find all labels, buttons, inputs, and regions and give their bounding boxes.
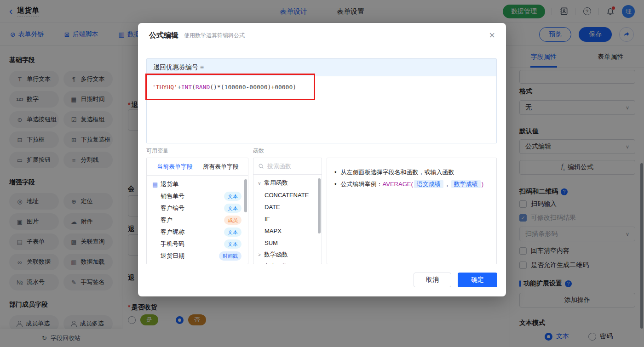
search-icon — [258, 163, 264, 169]
close-icon[interactable]: × — [489, 30, 495, 40]
function-item[interactable]: MAPX — [253, 225, 322, 237]
function-search — [253, 158, 322, 175]
search-input[interactable] — [267, 163, 313, 170]
functions-label: 函数 — [253, 147, 264, 155]
document-icon: ▤ — [152, 181, 158, 188]
field-chip: 数学成绩 — [451, 180, 481, 188]
formula-function-token: INT — [181, 84, 192, 91]
variable-row[interactable]: 销售单号文本 — [147, 190, 248, 202]
modal-header: 公式编辑 使用数学运算符编辑公式 × — [138, 23, 506, 48]
modal-footer: 取消 确定 — [414, 273, 497, 287]
type-badge: 文本 — [224, 239, 242, 249]
function-item[interactable]: IF — [253, 213, 322, 225]
bullet: • — [334, 166, 337, 178]
function-tree: ∨常用函数 CONCATENATE DATE IF MAPX SUM >数学函数… — [253, 175, 322, 264]
formula-input-area[interactable]: 'THYHQ'+INT(RAND()*(100000-00000)+00000) — [147, 76, 496, 98]
tip-line-2: • 公式编辑举例：AVERAGE(语文成绩，数学成绩) — [334, 178, 489, 190]
type-badge: 文本 — [224, 192, 242, 201]
variable-row[interactable]: 客户成员 — [147, 214, 248, 226]
formula-editor-box: 退回优惠券编号 = 'THYHQ'+INT(RAND()*(100000-000… — [146, 58, 497, 143]
function-group-common[interactable]: ∨常用函数 — [253, 177, 322, 189]
function-item[interactable]: DATE — [253, 201, 322, 213]
variables-list: ▤ 退货单 销售单号文本 客户编号文本 客户成员 客户昵称文本 手机号码文本 退… — [147, 176, 248, 262]
variable-row[interactable]: 退货日期时间戳 — [147, 250, 248, 262]
function-item[interactable]: SUM — [253, 237, 322, 249]
function-group-math[interactable]: >数学函数 — [253, 249, 322, 261]
chevron-down-icon: ∨ — [257, 181, 262, 186]
formula-target: 退回优惠券编号 = — [147, 59, 496, 76]
tip-line-1: • 从左侧面板选择字段名和函数，或输入函数 — [334, 166, 489, 178]
bullet: • — [334, 178, 337, 190]
variable-row[interactable]: 客户昵称文本 — [147, 226, 248, 238]
cancel-button[interactable]: 取消 — [414, 273, 451, 287]
variables-box: 当前表单字段 所有表单字段 ▤ 退货单 销售单号文本 客户编号文本 客户成员 客… — [146, 158, 248, 264]
tab-all-form-fields[interactable]: 所有表单字段 — [203, 163, 239, 171]
tips-box: • 从左侧面板选择字段名和函数，或输入函数 • 公式编辑举例：AVERAGE(语… — [327, 158, 497, 264]
scrollbar-thumb[interactable] — [244, 179, 247, 212]
modal-title: 公式编辑 — [149, 31, 178, 40]
variables-tabs: 当前表单字段 所有表单字段 — [147, 158, 248, 176]
variable-row[interactable]: 客户编号文本 — [147, 202, 248, 214]
function-group-text[interactable]: >文本函数 — [253, 261, 322, 264]
type-badge: 时间戳 — [219, 251, 242, 261]
form-node[interactable]: ▤ 退货单 — [147, 178, 248, 190]
type-badge: 成员 — [224, 216, 242, 225]
function-item[interactable]: CONCATENATE — [253, 189, 322, 201]
formula-string-token: 'THYHQ' — [152, 84, 178, 91]
formula-function-token: RAND — [196, 84, 210, 91]
chevron-right-icon: > — [257, 252, 262, 257]
confirm-button[interactable]: 确定 — [458, 273, 497, 287]
variable-row[interactable]: 手机号码文本 — [147, 238, 248, 250]
functions-box: ∨常用函数 CONCATENATE DATE IF MAPX SUM >数学函数… — [253, 158, 322, 264]
app-root: ‹ 退货单 表单设计 表单设置 数据管理 ? 理 ⊘ — [0, 0, 644, 347]
formula-editor-modal: 公式编辑 使用数学运算符编辑公式 × 退回优惠券编号 = 'THYHQ'+INT… — [138, 23, 506, 296]
tab-current-form-fields[interactable]: 当前表单字段 — [157, 163, 193, 171]
type-badge: 文本 — [224, 204, 242, 213]
type-badge: 文本 — [224, 228, 242, 237]
chevron-right-icon: > — [257, 264, 262, 265]
variables-label: 可用变量 — [146, 147, 168, 155]
field-chip: 语文成绩 — [414, 180, 443, 188]
scrollbar-thumb[interactable] — [318, 178, 321, 233]
modal-subtitle: 使用数学运算符编辑公式 — [184, 32, 245, 40]
